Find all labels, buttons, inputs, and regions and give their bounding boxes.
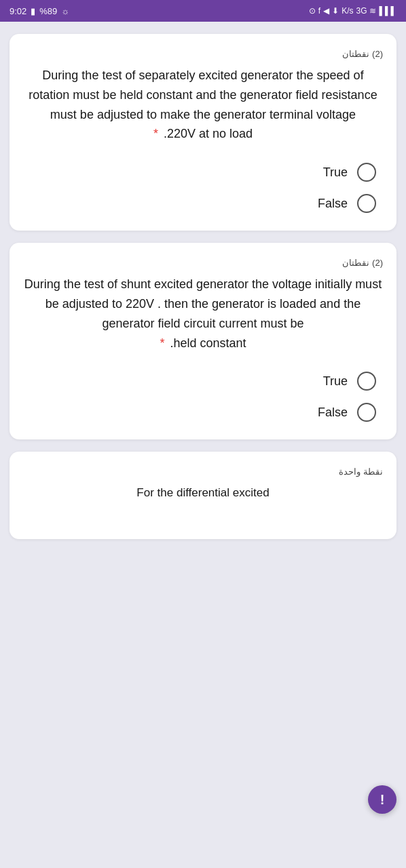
option-true-label-1: True	[323, 165, 348, 180]
option-false-1[interactable]: False	[318, 194, 376, 213]
status-bar: 9:02 ▮ %89 ☼ ⊙ f ◀ ⬇ K/s 3G ≋ ▌▌▌	[0, 0, 406, 22]
question-header-2: (2) نقطتان	[23, 258, 383, 268]
time-display: 9:02	[10, 6, 26, 16]
status-left: 9:02 ▮ %89 ☼	[10, 6, 69, 16]
points-badge-2: (2) نقطتان	[342, 258, 383, 268]
points-badge-3: نقطة واحدة	[339, 467, 383, 477]
asterisk-2: *	[160, 336, 164, 350]
option-true-label-2: True	[323, 374, 348, 389]
signal-label: 3G	[356, 6, 367, 16]
status-right: ⊙ f ◀ ⬇ K/s 3G ≋ ▌▌▌	[309, 6, 396, 16]
options-list-2: True False	[23, 372, 383, 422]
question-card-2: (2) نقطتان During the test of shunt exci…	[10, 243, 396, 439]
settings-icon: ☼	[61, 6, 69, 16]
option-false-2[interactable]: False	[318, 403, 376, 422]
asterisk-1: *	[153, 127, 158, 140]
question-header-3: نقطة واحدة	[23, 467, 383, 477]
points-badge-1: (2) نقطتان	[342, 49, 383, 59]
arrow-icon: ◀	[323, 6, 329, 16]
battery-icon: ▮	[31, 6, 35, 16]
option-true-2[interactable]: True	[323, 372, 376, 391]
question-card-1: (2) نقطتان During the test of separately…	[10, 34, 396, 231]
radio-true-1[interactable]	[357, 163, 376, 182]
question-card-3: نقطة واحدة For the differential excited	[10, 452, 396, 538]
download-icon: ⬇	[332, 6, 339, 16]
question-header-1: (2) نقطتان	[23, 49, 383, 59]
page-content: (2) نقطتان During the test of separately…	[0, 22, 406, 551]
speed-label: K/s	[342, 6, 353, 16]
options-list-1: True False	[23, 163, 383, 213]
exclamation-icon: !	[380, 792, 385, 808]
question-text-1: During the test of separately excited ge…	[23, 66, 383, 144]
signal-bars-icon: ▌▌▌	[379, 6, 396, 16]
radio-false-2[interactable]	[357, 403, 376, 422]
facebook-icon: f	[318, 6, 320, 16]
option-false-label-2: False	[318, 406, 348, 420]
radio-false-1[interactable]	[357, 194, 376, 213]
option-true-1[interactable]: True	[323, 163, 376, 182]
question-text-3: For the differential excited	[23, 484, 383, 502]
question-text-2: During the test of shunt excited generat…	[23, 275, 383, 353]
floating-action-button[interactable]: !	[368, 785, 396, 814]
option-false-label-1: False	[318, 197, 348, 211]
radio-true-2[interactable]	[357, 372, 376, 391]
notification-icon: ⊙	[309, 6, 316, 16]
wifi-icon: ≋	[369, 6, 376, 16]
battery-percent: %89	[39, 6, 57, 16]
